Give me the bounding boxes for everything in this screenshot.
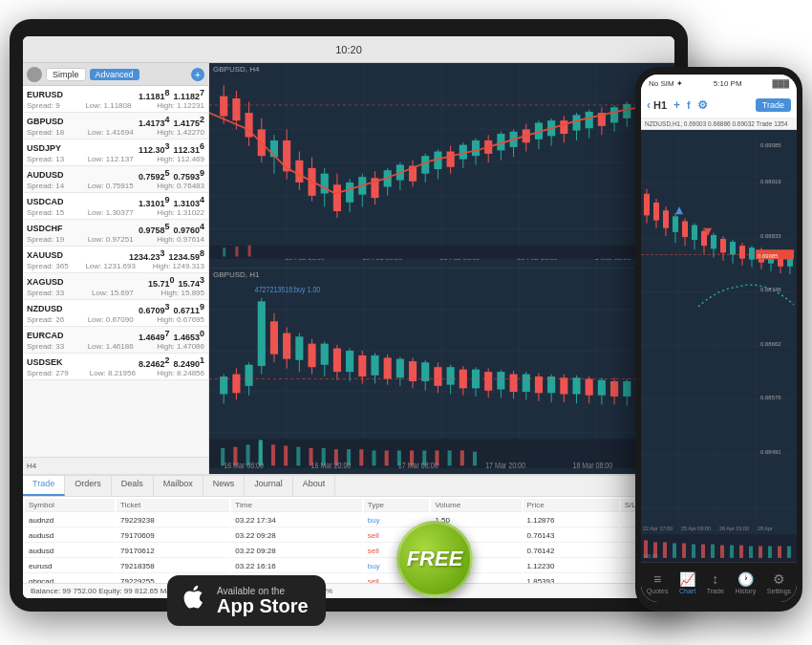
settings-icon[interactable]: ⚙	[697, 98, 708, 112]
svg-rect-170	[598, 380, 606, 396]
svg-rect-22	[283, 140, 290, 171]
list-item[interactable]: USDCHF 0.97585 0.97604 Spread: 19 Low: 0…	[23, 220, 208, 247]
svg-rect-76	[623, 104, 630, 118]
svg-rect-228	[653, 203, 659, 220]
svg-rect-142	[421, 362, 429, 381]
indicator-icon[interactable]: f	[687, 99, 691, 111]
col-ticket: Ticket	[117, 499, 229, 512]
nav-chart[interactable]: 📈 Chart	[679, 571, 695, 594]
tablet-device: 10:20 Simple Advanced + EURUSD	[10, 19, 688, 612]
list-item[interactable]: XAGUSD 15.710 15.743 Spread: 33 Low: 15.…	[23, 273, 208, 300]
list-item[interactable]: USDSEK 8.24622 8.24901 Spread: 279 Low: …	[23, 354, 208, 380]
timeframe-selector[interactable]: H1	[653, 99, 667, 111]
phone-chart: 0.69085 0.68919 0.68833 0.68748 0.68662 …	[641, 130, 797, 562]
svg-rect-120	[283, 333, 290, 359]
nav-history[interactable]: 🕐 History	[735, 571, 756, 594]
svg-rect-242	[720, 239, 726, 252]
list-item[interactable]: AUDUSD 0.75925 0.75939 Spread: 14 Low: 0…	[23, 166, 208, 193]
phone-statusbar: No SIM ✦ 5:10 PM ▓▓▓	[641, 75, 797, 92]
quotes-icon: ≡	[653, 571, 661, 587]
free-text: FREE	[407, 547, 463, 571]
svg-rect-118	[270, 321, 278, 354]
nav-trade[interactable]: ↕ Trade	[707, 571, 724, 594]
tablet-screen: 10:20 Simple Advanced + EURUSD	[23, 36, 674, 598]
tab-orders[interactable]: Orders	[65, 476, 112, 496]
phone-header-left: ‹ H1 + f ⚙	[647, 98, 708, 112]
free-badge: FREE	[396, 521, 473, 597]
tab-trade[interactable]: Trade	[23, 476, 65, 496]
tablet-topbar: 10:20	[23, 36, 674, 63]
svg-rect-136	[384, 357, 392, 378]
history-icon: 🕐	[737, 571, 754, 587]
tab-simple[interactable]: Simple	[46, 68, 86, 81]
nav-trade-label: Trade	[707, 588, 724, 594]
tablet-main-content: Simple Advanced + EURUSD 1.11818 1.11827	[23, 63, 674, 474]
col-volume: Volume	[431, 499, 521, 512]
svg-rect-48	[447, 152, 455, 167]
svg-rect-138	[396, 359, 404, 378]
svg-rect-74	[610, 107, 618, 122]
svg-rect-96	[223, 247, 225, 256]
svg-rect-238	[701, 231, 707, 246]
svg-rect-199	[473, 452, 477, 466]
plus-icon[interactable]: +	[673, 98, 680, 112]
col-symbol: Symbol	[25, 499, 115, 512]
trade-button[interactable]: Trade	[756, 98, 791, 112]
phone-time: 5:10 PM	[714, 79, 742, 88]
svg-rect-281	[711, 545, 715, 558]
appstore-icon	[179, 583, 207, 618]
svg-rect-70	[586, 112, 593, 128]
appstore-line2: App Store	[217, 596, 309, 615]
list-item[interactable]: USDJPY 112.303 112.316 Spread: 13 Low: 1…	[23, 140, 208, 166]
balance-bar: Balance: 99 752.00 Equity: 99 812.65 Mar…	[23, 583, 674, 598]
svg-rect-283	[730, 546, 734, 558]
appstore-badge[interactable]: Available on the App Store	[167, 575, 326, 626]
svg-rect-276	[663, 542, 667, 557]
tab-about[interactable]: About	[293, 476, 336, 496]
svg-text:28 Apr: 28 Apr	[758, 526, 773, 531]
svg-rect-190	[359, 449, 363, 465]
col-price: Price	[524, 499, 619, 512]
svg-text:25 Apr 09:00: 25 Apr 09:00	[681, 526, 711, 531]
back-icon[interactable]: ‹	[647, 98, 651, 112]
svg-text:0.68919: 0.68919	[760, 178, 781, 184]
phone-chart-svg: 0.69085 0.68919 0.68833 0.68748 0.68662 …	[641, 130, 797, 562]
svg-rect-197	[448, 450, 452, 465]
nav-quotes[interactable]: ≡ Quotes	[647, 571, 669, 594]
list-item[interactable]: EURCAD 1.46497 1.46530 Spread: 33 Low: 1…	[23, 327, 208, 354]
list-item[interactable]: XAUUSD 1234.233 1234.598 Spread: 365 Low…	[23, 247, 208, 273]
svg-rect-280	[701, 545, 705, 558]
tab-journal[interactable]: Journal	[245, 476, 293, 496]
svg-rect-97	[235, 247, 238, 256]
phone-bottom-nav: ≡ Quotes 📈 Chart ↕ Trade 🕐 History ⚙	[641, 562, 797, 602]
nav-settings[interactable]: ⚙ Settings	[767, 571, 791, 594]
svg-rect-198	[460, 450, 464, 465]
pair-info: NZDUSD,H1, 0.69003 0.68886 0.69032 Trade…	[641, 118, 797, 130]
chart-h1-label: GBPUSD, H1	[213, 270, 259, 279]
svg-rect-184	[284, 446, 288, 466]
tab-news[interactable]: News	[203, 476, 246, 496]
tab-deals[interactable]: Deals	[112, 476, 154, 496]
svg-text:0.68576: 0.68576	[760, 394, 781, 400]
tab-advanced[interactable]: Advanced	[90, 69, 139, 80]
svg-text:0.69085: 0.69085	[758, 251, 779, 258]
tab-mailbox[interactable]: Mailbox	[154, 476, 203, 496]
list-item[interactable]: GBPUSD 1.41734 1.41752 Spread: 18 Low: 1…	[23, 113, 208, 140]
svg-rect-122	[295, 336, 303, 360]
svg-rect-289	[787, 547, 791, 558]
list-item[interactable]: EURUSD 1.11818 1.11827 Spread: 9 Low: 1.…	[23, 86, 208, 113]
tablet-time: 10:20	[335, 44, 362, 55]
add-watchlist-button[interactable]: +	[191, 68, 204, 81]
svg-rect-95	[209, 246, 674, 259]
avatar-icon	[27, 67, 42, 82]
svg-rect-279	[692, 545, 695, 558]
svg-text:100.00: 100.00	[643, 553, 657, 559]
list-item[interactable]: NZDUSD 0.67093 0.67119 Spread: 26 Low: 0…	[23, 300, 208, 327]
svg-rect-248	[749, 247, 755, 259]
svg-rect-284	[739, 546, 743, 558]
appstore-text-block: Available on the App Store	[217, 586, 309, 615]
phone-device: No SIM ✦ 5:10 PM ▓▓▓ ‹ H1 + f ⚙ Trade NZ…	[635, 67, 802, 612]
list-item[interactable]: USDCAD 1.31019 1.31034 Spread: 15 Low: 1…	[23, 193, 208, 220]
phone-header: ‹ H1 + f ⚙ Trade	[641, 92, 797, 118]
svg-rect-126	[321, 344, 329, 365]
